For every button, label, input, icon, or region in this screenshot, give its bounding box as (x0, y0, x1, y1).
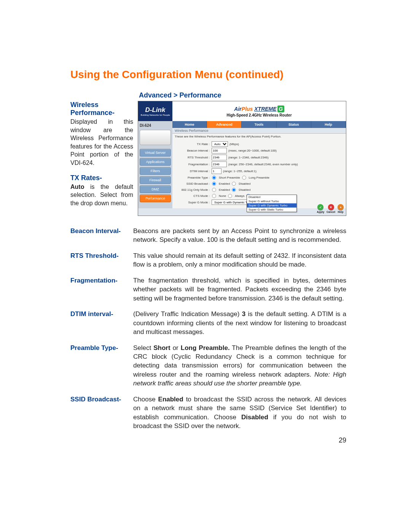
product-subtitle: High-Speed 2.4GHz Wireless Router (226, 113, 292, 117)
breadcrumb: Advanced > Performance (139, 91, 346, 99)
rts-threshold-input[interactable] (212, 155, 227, 160)
preamble-short-radio[interactable] (212, 176, 216, 179)
ssid-disabled-radio[interactable] (232, 182, 236, 185)
definition-description: The fragmentation threshold, which is sp… (133, 276, 346, 303)
definition-term: Fragmentation- (70, 276, 133, 303)
ssid-enabled-radio[interactable] (212, 182, 216, 185)
beacon-interval-input[interactable] (212, 148, 227, 153)
definition-term: SSID Broadcast- (70, 395, 133, 431)
preamble-type-label: Preamble Type : (175, 176, 212, 179)
superg-option-noturbo[interactable]: Super G without Turbo (247, 199, 296, 203)
panel-title: Wireless Performance (172, 128, 346, 134)
ssid-broadcast-label: SSID Broadcast : (175, 182, 212, 185)
model-label: DI-624 (140, 123, 171, 128)
definition-list: Beacon Interval-Beacons are packets sent… (70, 227, 346, 431)
dlink-logo: D-Link Building Networks for People (138, 101, 172, 121)
cancel-button[interactable]: ✕ Cancel (327, 204, 335, 213)
definition-description: Beacons are packets sent by an Access Po… (133, 227, 346, 244)
gonly-mode-label: 802.11g Only Mode : (175, 188, 212, 192)
fragmentation-label: Fragmentation : (175, 163, 212, 166)
tx-rate-unit: (Mbps) (229, 142, 239, 146)
definition-term: Beacon Interval- (70, 227, 133, 244)
tx-rates-heading: TX Rates- (70, 174, 133, 182)
cts-none-radio[interactable] (212, 194, 216, 198)
definition-description: Choose Enabled to broadcast the SSID acr… (133, 395, 346, 431)
sidebar-item-firewall[interactable]: Firewall (140, 176, 171, 184)
gonly-disabled-radio[interactable] (232, 188, 236, 192)
tx-rate-label: TX Rate : (175, 142, 212, 146)
check-icon: ✓ (317, 204, 323, 210)
page-number: 29 (339, 436, 346, 444)
fragmentation-input[interactable] (212, 161, 227, 167)
sidebar-item-filters[interactable]: Filters (140, 167, 171, 175)
tab-tools[interactable]: Tools (242, 121, 276, 128)
superg-option-static[interactable]: Super G with Static Turbo (247, 208, 296, 212)
dtim-interval-hint: (range: 1~255, default:1) (223, 169, 256, 173)
superg-mode-label: Super G Mode : (175, 201, 212, 204)
definition-description: Select Short or Long Preamble. The Pream… (133, 343, 346, 388)
rts-threshold-label: RTS Threshold : (175, 156, 212, 159)
router-image (140, 130, 171, 145)
beacon-interval-label: Beacon interval : (175, 149, 212, 152)
superg-option-dynamic[interactable]: Super G with Dynamic Turbo (247, 203, 296, 208)
definition-term: DTIM interval- (70, 310, 133, 336)
wireless-performance-text: Displayed in this window are the Wireles… (70, 118, 133, 167)
wireless-performance-heading: Wireless Performance- (70, 101, 133, 117)
tab-status[interactable]: Status (277, 121, 311, 128)
product-brand: AirPlus XTREMEG (234, 105, 284, 112)
fragmentation-hint: (range: 256~2346, default:2346, even num… (228, 163, 298, 166)
cancel-icon: ✕ (328, 204, 334, 210)
tab-advanced[interactable]: Advanced (207, 121, 242, 128)
superg-dropdown-open[interactable]: Disabled Super G without Turbo Super G w… (247, 195, 297, 212)
beacon-interval-hint: (msec, range:20~1000, default:100) (228, 149, 277, 152)
panel-description: These are the Wireless Performance featu… (172, 134, 346, 141)
preamble-long-radio[interactable] (242, 176, 246, 179)
superg-option-disabled[interactable]: Disabled (247, 195, 296, 199)
sidebar-item-performance[interactable]: Performance (140, 195, 171, 202)
dtim-interval-input[interactable] (212, 168, 221, 174)
gonly-enabled-radio[interactable] (212, 188, 216, 192)
definition-description: This value should remain at its default … (133, 251, 346, 269)
cts-always-radio[interactable] (228, 194, 232, 198)
sidebar-item-virtual-server[interactable]: Virtual Server (140, 149, 171, 157)
rts-threshold-hint: (range: 1~2346, default:2346) (228, 156, 269, 159)
apply-button[interactable]: ✓ Apply (317, 204, 324, 213)
definition-term: Preamble Type- (70, 343, 133, 388)
page-title: Using the Configuration Menu (continued) (70, 69, 346, 81)
dtim-interval-label: DTIM interval : (175, 169, 212, 173)
tab-home[interactable]: Home (172, 121, 207, 128)
tx-rates-text: Auto is the default selection. Select fr… (70, 183, 133, 208)
router-admin-screenshot: D-Link Building Networks for People AirP… (138, 101, 346, 216)
sidebar-item-applications[interactable]: Applications (140, 158, 171, 166)
help-icon: + (338, 204, 344, 210)
help-button[interactable]: + Help (338, 204, 344, 213)
tab-help[interactable]: Help (311, 121, 346, 128)
definition-term: RTS Threshold- (70, 251, 133, 269)
definition-description: (Delivery Traffic Indication Message) 3 … (133, 310, 346, 336)
sidebar-item-dmz[interactable]: DMZ (140, 185, 171, 193)
cts-mode-label: CTS Mode : (175, 194, 212, 198)
tx-rate-select[interactable]: Auto (212, 141, 228, 147)
